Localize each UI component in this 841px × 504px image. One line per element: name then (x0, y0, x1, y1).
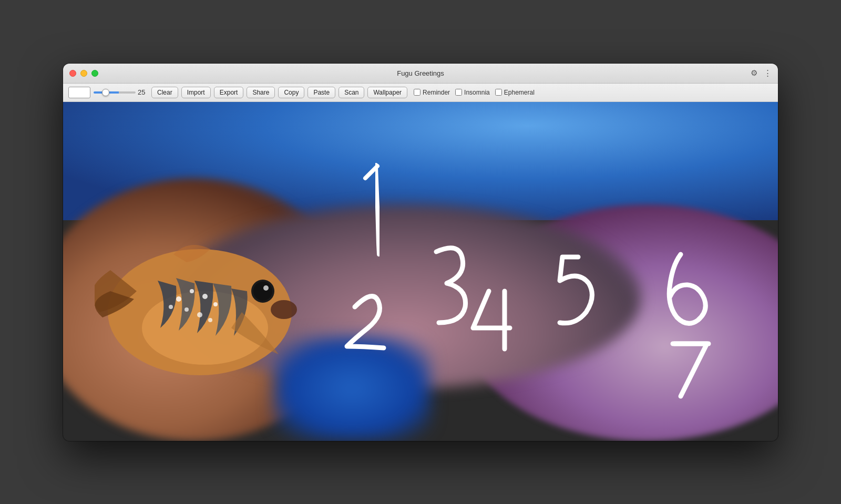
extensions-icon[interactable]: ⚙ (751, 68, 757, 78)
insomnia-label: Insomnia (464, 89, 490, 96)
export-button[interactable]: Export (214, 87, 244, 98)
ephemeral-checkbox-label[interactable]: Ephemeral (495, 89, 535, 96)
share-button[interactable]: Share (247, 87, 275, 98)
canvas-area[interactable] (63, 102, 778, 441)
slider-value: 25 (138, 88, 148, 96)
titlebar-icons: ⚙ ⋮ (751, 68, 772, 78)
insomnia-checkbox[interactable] (455, 89, 462, 96)
ephemeral-checkbox[interactable] (495, 89, 502, 96)
insomnia-checkbox-label[interactable]: Insomnia (455, 89, 490, 96)
brush-size-slider[interactable] (94, 91, 136, 94)
import-button[interactable]: Import (181, 87, 211, 98)
reminder-checkbox-label[interactable]: Reminder (414, 89, 450, 96)
minimize-button[interactable] (80, 70, 87, 77)
ephemeral-label: Ephemeral (504, 89, 535, 96)
window-title: Fugu Greetings (397, 69, 444, 77)
color-swatch[interactable] (68, 87, 90, 98)
toolbar: 25 Clear Import Export Share Copy Paste … (63, 84, 778, 102)
traffic-lights (69, 70, 98, 77)
wallpaper-button[interactable]: Wallpaper (367, 87, 407, 98)
close-button[interactable] (69, 70, 76, 77)
maximize-button[interactable] (91, 70, 98, 77)
numbers-overlay (63, 102, 778, 441)
clear-button[interactable]: Clear (151, 87, 178, 98)
titlebar: Fugu Greetings ⚙ ⋮ (63, 64, 778, 84)
reminder-label: Reminder (423, 89, 450, 96)
reminder-checkbox[interactable] (414, 89, 420, 96)
checkbox-group: Reminder Insomnia Ephemeral (414, 89, 535, 96)
slider-container: 25 (94, 88, 148, 96)
copy-button[interactable]: Copy (278, 87, 304, 98)
app-window: Fugu Greetings ⚙ ⋮ 25 Clear Import Expor… (63, 64, 778, 441)
menu-icon[interactable]: ⋮ (764, 68, 772, 78)
scan-button[interactable]: Scan (339, 87, 364, 98)
paste-button[interactable]: Paste (307, 87, 335, 98)
